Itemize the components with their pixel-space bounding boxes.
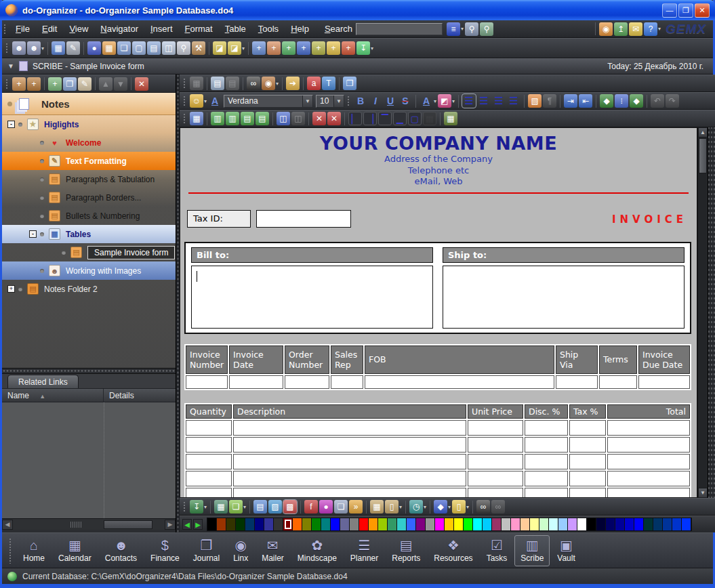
table-cell[interactable] xyxy=(525,420,568,436)
insert-spreadsheet-icon[interactable]: ▦ xyxy=(214,500,228,513)
tree-item-notes-folder-2[interactable]: +▤Notes Folder 2 xyxy=(2,280,176,298)
tree-item-paragraph-borders-[interactable]: ▤Paragraph Borders... xyxy=(2,188,176,207)
color-swatch[interactable] xyxy=(293,518,302,530)
insert-date-short-icon[interactable]: ▯▾ xyxy=(385,500,402,513)
table-cell[interactable] xyxy=(468,437,523,453)
color-swatch[interactable] xyxy=(464,518,473,530)
menu-table[interactable]: Table xyxy=(219,21,252,37)
table-cell[interactable] xyxy=(607,488,690,499)
color-swatch[interactable] xyxy=(530,518,539,530)
add-task-icon[interactable]: + xyxy=(282,41,295,55)
tree-item-working-with-images[interactable]: ☻Working with Images xyxy=(2,261,176,280)
privacy-icon[interactable]: ◉ xyxy=(599,22,613,36)
tree-item-tables[interactable]: -▦Tables xyxy=(2,225,176,243)
calendar-grid-icon[interactable]: ▦ xyxy=(102,41,116,55)
dropdown-caret-icon[interactable]: ▾ xyxy=(276,81,279,87)
table-cell[interactable] xyxy=(331,375,363,389)
nav-calendar[interactable]: ▦Calendar xyxy=(52,535,98,566)
insert-col-right-icon[interactable]: ▥ xyxy=(226,112,239,125)
notebook-icon[interactable]: ▤ xyxy=(147,41,161,55)
emoticon-icon[interactable]: ☺▾ xyxy=(190,94,207,108)
border-outside-icon[interactable]: ▢ xyxy=(408,112,422,125)
color-swatch[interactable] xyxy=(226,518,236,530)
color-swatch[interactable] xyxy=(236,518,245,530)
dropdown-caret-icon[interactable]: ▾ xyxy=(658,26,661,32)
insert-art-icon[interactable]: ● xyxy=(319,500,333,513)
maximize-button[interactable]: ❐ xyxy=(678,3,693,18)
bill-to-field[interactable] xyxy=(191,266,433,329)
table-cell[interactable] xyxy=(556,375,598,389)
add-document-icon[interactable]: + xyxy=(342,41,355,55)
add-contact-icon[interactable]: + xyxy=(267,41,281,55)
dropdown-caret-icon[interactable]: ▾ xyxy=(434,98,436,104)
border-left-icon[interactable]: ▏ xyxy=(348,112,362,125)
title-bar[interactable]: do-Organizer - do-Organizer Sample Datab… xyxy=(0,0,715,20)
color-swatch[interactable] xyxy=(274,518,283,530)
dropdown-caret-icon[interactable]: ▾ xyxy=(204,98,207,104)
add-folder-icon[interactable]: + xyxy=(12,77,26,91)
nav-vault[interactable]: ▣Vault xyxy=(551,535,581,566)
nav-reports[interactable]: ▤Reports xyxy=(386,535,426,566)
insert-date-icon[interactable]: ▦ xyxy=(370,500,384,513)
underline-icon[interactable]: U xyxy=(384,94,397,108)
insert-row-below-icon[interactable]: ▤ xyxy=(256,112,269,125)
table-cell[interactable] xyxy=(525,454,568,469)
insert-table-icon[interactable]: ▦ xyxy=(190,112,203,125)
color-swatch[interactable] xyxy=(445,518,454,530)
menu-file[interactable]: File xyxy=(9,21,36,37)
nav-scribe[interactable]: ▥Scribe xyxy=(514,535,550,566)
strikethrough-icon[interactable]: S xyxy=(399,94,412,108)
scroll-right-icon[interactable]: ▶ xyxy=(165,520,176,530)
color-swatch[interactable] xyxy=(302,518,312,530)
font-size-select-dropdown-icon[interactable]: ▼ xyxy=(333,96,344,107)
delete-row-icon[interactable]: ✕ xyxy=(312,112,326,125)
table-cell[interactable] xyxy=(607,454,690,469)
column-header-name[interactable]: Name ▲ xyxy=(2,389,104,402)
color-swatch[interactable] xyxy=(606,518,615,530)
scrollbar-thumb[interactable] xyxy=(699,138,707,173)
contact-switch-icon[interactable]: ☻ xyxy=(12,41,26,55)
color-swatch[interactable] xyxy=(587,518,596,530)
color-swatch[interactable] xyxy=(407,518,416,530)
table-cell[interactable] xyxy=(186,437,232,453)
dropdown-caret-icon[interactable]: ▾ xyxy=(41,45,44,51)
scroll-up-icon[interactable]: ▲ xyxy=(698,127,708,138)
nav-finance[interactable]: $Finance xyxy=(144,535,186,566)
table-cell[interactable] xyxy=(525,488,568,499)
export-note-icon[interactable]: ➔ xyxy=(286,77,300,90)
edit-note-icon[interactable]: ✎ xyxy=(78,77,91,91)
horizontal-splitter[interactable] xyxy=(2,368,176,374)
page-color-icon[interactable]: ▧ xyxy=(528,94,542,108)
contact-return-icon[interactable]: ☻▾ xyxy=(27,41,44,55)
dropdown-caret-icon[interactable]: ▾ xyxy=(399,504,402,510)
color-swatch[interactable] xyxy=(331,518,340,530)
art-media-icon[interactable]: ◉▾ xyxy=(262,77,279,90)
menu-tools[interactable]: Tools xyxy=(252,21,285,37)
color-swatch[interactable] xyxy=(312,518,321,530)
table-cell[interactable] xyxy=(285,375,329,389)
search-tool-icon[interactable]: ⚲ xyxy=(177,41,190,55)
table-cell[interactable] xyxy=(525,471,568,486)
dropdown-caret-icon[interactable]: ▾ xyxy=(371,45,373,51)
related-links-list[interactable] xyxy=(2,402,176,518)
font-color-icon[interactable]: A▾ xyxy=(420,94,436,108)
show-gridlines-icon[interactable]: ▦ xyxy=(444,112,457,125)
italic-icon[interactable]: I xyxy=(369,94,382,108)
link-cells-icon[interactable]: ∞ xyxy=(476,500,490,513)
hyperlink-icon[interactable]: ∞ xyxy=(247,77,260,90)
color-swatch[interactable] xyxy=(483,518,492,530)
minimize-button[interactable]: — xyxy=(662,3,677,18)
align-justify-icon[interactable]: ☰ xyxy=(507,94,520,108)
font-style-icon[interactable]: A xyxy=(208,94,222,108)
page-settings-icon[interactable]: ✎ xyxy=(66,41,80,55)
table-cell[interactable] xyxy=(186,454,232,469)
table-cell[interactable] xyxy=(569,437,606,453)
nav-tasks[interactable]: ☑Tasks xyxy=(481,535,514,566)
insert-object-icon[interactable]: ❏ xyxy=(334,500,348,513)
table-cell[interactable] xyxy=(468,471,523,486)
table-cell[interactable] xyxy=(638,375,690,389)
tab-related-links[interactable]: Related Links xyxy=(7,375,79,388)
tree-item-welcome[interactable]: ♥Welcome xyxy=(2,133,176,152)
tax-id-field[interactable] xyxy=(256,210,351,228)
color-swatch[interactable] xyxy=(369,518,378,530)
